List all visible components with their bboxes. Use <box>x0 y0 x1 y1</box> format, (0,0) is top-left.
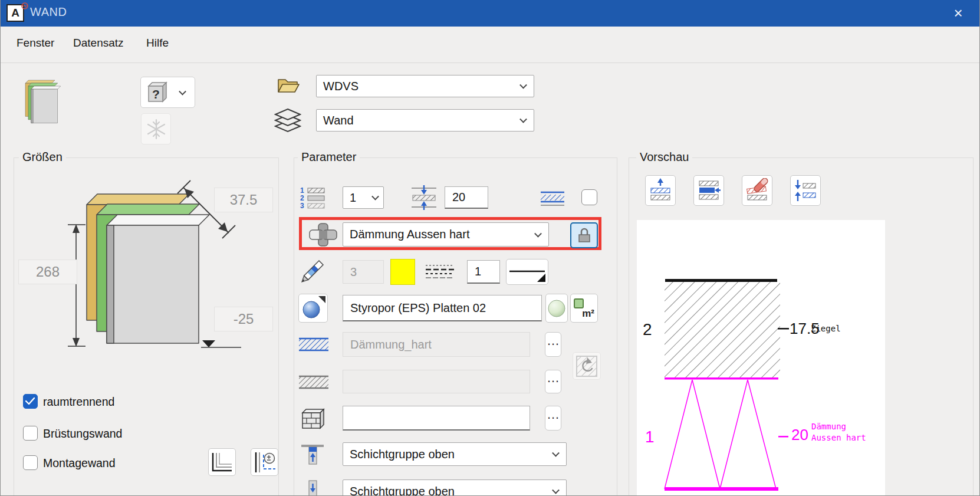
green-square-icon <box>574 298 584 308</box>
schichtgruppe-bottom-combobox[interactable]: Schichtgruppe oben <box>343 479 567 496</box>
check-icon <box>24 395 37 408</box>
wall-layers-icon <box>23 78 62 126</box>
lock-icon <box>577 227 591 244</box>
allplan-badge-icon <box>21 2 29 10</box>
surface-button[interactable] <box>545 294 568 323</box>
corner-connection-button[interactable] <box>208 448 236 476</box>
axis-settings-icon <box>253 451 277 474</box>
area-per-m2-button[interactable]: m² <box>570 294 598 323</box>
insert-layer-above-button[interactable] <box>645 175 676 206</box>
surface-sphere-icon <box>547 295 567 321</box>
axis-settings-button[interactable] <box>251 448 278 476</box>
layer-name-combobox[interactable]: Dämmung Aussen hart <box>343 222 549 247</box>
checkbox-bruestungswand[interactable] <box>23 426 38 441</box>
menu-datensatz[interactable]: Datensatz <box>73 37 124 50</box>
favorite-group-value: WDVS <box>323 80 359 93</box>
hatch-input[interactable]: Dämmung_hart <box>343 332 530 357</box>
height-field[interactable]: 268 <box>18 260 77 284</box>
pen-color-swatch[interactable] <box>390 259 415 285</box>
window-title: WAND <box>30 5 67 19</box>
layer-name-value: Dämmung Aussen hart <box>350 228 469 241</box>
checkbox-raumtrennend[interactable] <box>23 394 38 409</box>
favorite-group-combobox[interactable]: WDVS <box>316 75 534 97</box>
preview-canvas: 2 17.5 Ziegel 1 20 Dämmung Aussen hart <box>637 220 885 496</box>
layer-position-checkbox[interactable] <box>581 189 597 205</box>
svg-text:3: 3 <box>300 202 304 209</box>
delete-layer-button[interactable] <box>742 175 772 206</box>
wall-section-drawing <box>637 220 885 496</box>
layer-count-icon: 1 2 3 <box>299 186 325 209</box>
line-type-input[interactable]: 1 <box>467 260 500 284</box>
thickness-total-field[interactable]: 37.5 <box>214 188 273 212</box>
close-icon[interactable]: × <box>948 2 969 24</box>
chevron-down-icon <box>519 116 527 123</box>
element-type-value: Wand <box>323 114 354 127</box>
chevron-down-icon <box>179 87 186 95</box>
hatch2-more-button[interactable]: … <box>545 370 561 393</box>
area-element-input[interactable] <box>343 406 530 431</box>
insert-layer-side-button[interactable] <box>693 175 724 206</box>
folder-icon <box>277 77 300 96</box>
rotate-hatch-icon <box>575 355 598 377</box>
rotate-hatch-button[interactable] <box>573 352 601 380</box>
material-button[interactable] <box>298 294 328 323</box>
hatch-gray-icon <box>298 374 329 390</box>
allplan-app-icon: A <box>6 4 24 22</box>
freeze-button[interactable] <box>141 113 171 144</box>
hatch-blue-icon <box>298 336 329 353</box>
menu-hilfe[interactable]: Hilfe <box>146 37 169 50</box>
layer-thickness-icon <box>410 185 438 210</box>
insert-layer-above-icon <box>648 178 673 203</box>
line-style-dropdown[interactable] <box>506 259 548 285</box>
layer-position-icon <box>540 190 565 206</box>
wand-dialog: A WAND × Fenster Datensatz Hilfe ? <box>0 0 980 496</box>
checkbox-raumtrennend-label: raumtrennend <box>43 395 114 409</box>
wall-type-dropdown[interactable]: ? <box>140 77 195 108</box>
checkbox-montagewand[interactable] <box>23 455 38 470</box>
line-preview-icon <box>507 260 548 284</box>
more-icon: … <box>547 333 560 349</box>
more-icon: … <box>547 407 560 422</box>
insert-layer-side-icon <box>696 178 721 203</box>
preview-layer1-thickness: 20 <box>791 426 808 444</box>
preview-layer1-material-line2: Aussen hart <box>811 433 866 442</box>
svg-text:1: 1 <box>300 186 304 195</box>
reorder-layers-icon <box>793 178 818 203</box>
pen-thickness-input[interactable]: 3 <box>343 260 384 284</box>
m2-label: m² <box>582 308 594 320</box>
layer-connection-icon <box>308 222 338 247</box>
area-element-more-button[interactable]: … <box>545 406 561 431</box>
groessen-label: Größen <box>19 150 66 164</box>
lock-layer-button[interactable] <box>570 222 598 248</box>
checkbox-montagewand-label: Montagewand <box>43 456 116 470</box>
layer-thickness-input[interactable]: 20 <box>445 186 488 209</box>
offset-field[interactable]: -25 <box>214 307 273 331</box>
material-input[interactable]: Styropor (EPS) Platten 02 <box>343 295 542 321</box>
corner-connection-icon <box>211 452 233 473</box>
snowflake-icon <box>146 118 166 140</box>
pen-icon <box>298 258 327 285</box>
line-type-icon <box>425 263 455 281</box>
chevron-down-icon <box>371 193 379 201</box>
unknown-box-icon: ? <box>145 80 169 105</box>
preview-layer1-index: 1 <box>645 428 655 446</box>
layer-number-value: 1 <box>350 191 356 205</box>
element-type-combobox[interactable]: Wand <box>316 109 534 132</box>
schichtgruppe-top-value: Schichtgruppe oben <box>350 448 455 461</box>
layer-number-combobox[interactable]: 1 <box>343 186 384 209</box>
chevron-down-icon <box>519 81 527 89</box>
schichtgruppe-top-combobox[interactable]: Schichtgruppe oben <box>343 442 567 466</box>
menu-fenster[interactable]: Fenster <box>17 37 54 50</box>
hatch2-input[interactable] <box>343 370 530 393</box>
layer-top-connection-icon <box>300 442 325 467</box>
reorder-layers-button[interactable] <box>790 175 821 206</box>
layer-bottom-connection-icon <box>300 479 325 496</box>
hatch-more-button[interactable]: … <box>545 332 561 357</box>
layer-stack-icon <box>274 109 301 133</box>
title-bar: A WAND × <box>1 0 979 27</box>
chevron-down-icon <box>552 449 560 457</box>
preview-layer2-material: Ziegel <box>811 324 841 333</box>
delete-layer-icon <box>745 178 769 203</box>
checkbox-bruestungswand-label: Brüstungswand <box>43 427 122 441</box>
menu-bar: Fenster Datensatz Hilfe <box>1 27 979 63</box>
